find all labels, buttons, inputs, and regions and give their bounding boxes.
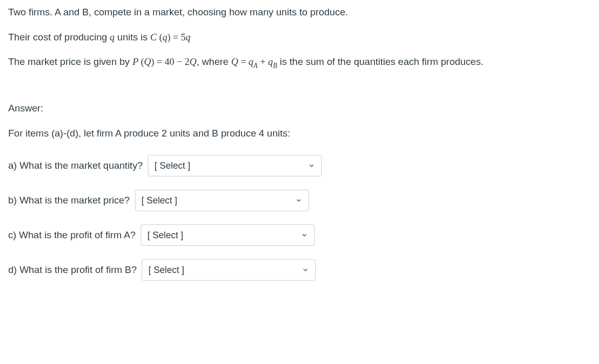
question-a-select[interactable]: [ Select ]	[148, 155, 322, 176]
question-d-select[interactable]: [ Select ]	[142, 259, 316, 281]
cost-eq-arg: q	[163, 32, 168, 42]
price-mid1: , where	[196, 56, 231, 67]
question-b-select[interactable]: [ Select ]	[135, 190, 309, 211]
question-d-row: d) What is the profit of firm B? [ Selec…	[8, 259, 591, 281]
cost-eq-fn: C	[150, 32, 157, 42]
select-placeholder: [ Select ]	[148, 263, 184, 277]
select-placeholder: [ Select ]	[142, 194, 178, 208]
answer-label: Answer:	[8, 101, 591, 116]
chevron-down-icon	[295, 197, 302, 204]
cost-eq-rhs: 5	[181, 32, 186, 42]
question-c-select[interactable]: [ Select ]	[141, 224, 315, 246]
question-d-text: d) What is the profit of firm B?	[8, 263, 137, 278]
cost-var: q	[110, 32, 115, 42]
chevron-down-icon	[308, 162, 315, 169]
price-eq-Q: Q	[190, 56, 197, 67]
cost-pre: Their cost of producing	[8, 32, 110, 42]
close-paren2: ) = 40 − 2	[151, 56, 189, 67]
intro-paragraph: Two firms. A and B, compete in a market,…	[8, 5, 591, 20]
price-eq-arg: Q	[144, 56, 151, 67]
answer-instructions: For items (a)-(d), let firm A produce 2 …	[8, 126, 591, 141]
price-paragraph: The market price is given by P (Q) = 40 …	[8, 55, 591, 71]
plus-sign: +	[258, 56, 268, 67]
intro-text: Two firms. A and B, compete in a market,…	[8, 7, 348, 17]
select-placeholder: [ Select ]	[154, 159, 190, 173]
cost-paragraph: Their cost of producing q units is C (q)…	[8, 30, 591, 45]
question-b-row: b) What is the market price? [ Select ]	[8, 190, 591, 211]
question-b-text: b) What is the market price?	[8, 193, 130, 208]
cost-eq-rhs-q: q	[186, 32, 191, 42]
price-eq-fn: P	[132, 56, 139, 67]
price-sum-qb: q	[268, 56, 273, 67]
close-paren: ) =	[167, 32, 181, 42]
question-c-row: c) What is the profit of firm A? [ Selec…	[8, 224, 591, 246]
price-pre: The market price is given by	[8, 56, 132, 67]
select-placeholder: [ Select ]	[147, 229, 183, 242]
question-c-text: c) What is the profit of firm A?	[8, 228, 136, 243]
sub-b: B	[273, 62, 277, 70]
chevron-down-icon	[302, 266, 309, 274]
open-paren: (	[157, 32, 162, 42]
question-a-row: a) What is the market quantity? [ Select…	[8, 155, 591, 176]
eq-sign: =	[238, 56, 249, 67]
question-a-text: a) What is the market quantity?	[8, 158, 143, 173]
price-sum-qa: q	[249, 56, 254, 67]
sub-a: A	[253, 62, 257, 70]
chevron-down-icon	[301, 232, 308, 239]
open-paren2: (	[138, 56, 144, 67]
cost-mid: units is	[115, 32, 150, 42]
price-sum-Q: Q	[231, 56, 238, 67]
price-post: is the sum of the quantities each firm p…	[277, 56, 483, 67]
